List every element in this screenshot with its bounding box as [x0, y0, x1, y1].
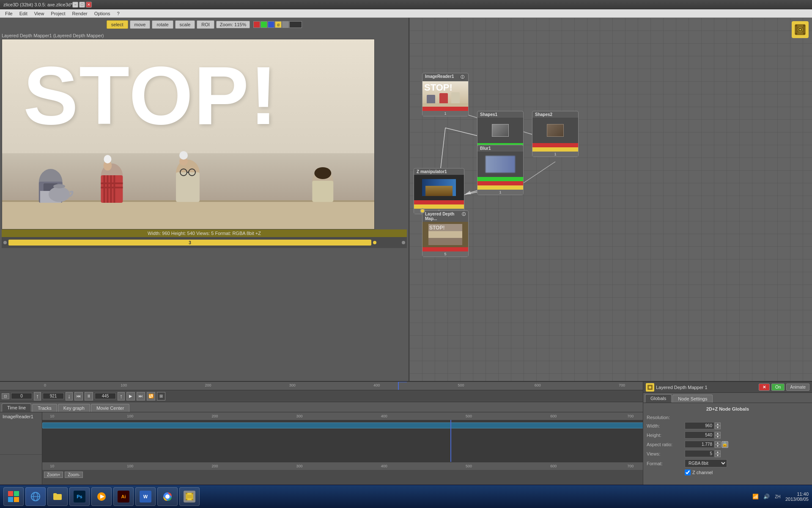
- pause-button[interactable]: ⏸: [85, 392, 93, 400]
- strip-bar[interactable]: 3: [8, 240, 371, 246]
- taskbar-browser-button[interactable]: [25, 487, 46, 506]
- minimize-button[interactable]: −: [72, 2, 78, 8]
- strip-dot-2[interactable]: [373, 241, 376, 244]
- node-imagereader-header: ImageReader1 ⓘ: [422, 73, 468, 81]
- height-label: Height:: [647, 433, 685, 438]
- node-blur1[interactable]: Blur1 1: [477, 145, 524, 195]
- aspect-down[interactable]: ▼: [715, 444, 721, 448]
- titlebar-controls: − □ ✕: [72, 2, 92, 8]
- menu-edit[interactable]: Edit: [16, 10, 31, 17]
- depth-channel-button[interactable]: [282, 21, 289, 28]
- height-row: Height: ▲ ▼: [647, 431, 809, 439]
- svg-point-36: [799, 29, 801, 30]
- menu-render[interactable]: Render: [69, 10, 91, 17]
- height-down[interactable]: ▼: [715, 435, 721, 439]
- width-down[interactable]: ▼: [715, 426, 721, 429]
- move-tool-button[interactable]: move: [130, 20, 151, 29]
- b-channel-button[interactable]: [268, 21, 274, 28]
- height-up[interactable]: ▲: [715, 432, 721, 435]
- node-blur1-yellow: [477, 185, 523, 190]
- goto-start-button[interactable]: ⏮: [74, 392, 83, 400]
- close-button[interactable]: ✕: [86, 2, 92, 8]
- z-channel-row: Z channel: [647, 469, 809, 475]
- strip-dot-1[interactable]: [3, 241, 7, 244]
- play-button[interactable]: ▶: [126, 392, 135, 400]
- width-input[interactable]: [685, 422, 714, 429]
- format-select[interactable]: RGBA 8bit: [685, 459, 727, 467]
- record-button[interactable]: ⊞: [157, 392, 165, 400]
- zoom-plus-button[interactable]: Zoom+: [44, 472, 63, 478]
- delete-node-button[interactable]: ✕: [759, 384, 770, 391]
- aspect-input[interactable]: [685, 441, 714, 448]
- r-channel-button[interactable]: [253, 21, 260, 28]
- node-zmanip-thumb: [414, 175, 464, 200]
- views-up[interactable]: ▲: [715, 450, 721, 454]
- start-button[interactable]: [3, 487, 24, 506]
- node-imagereader[interactable]: ImageReader1 ⓘ STOP! 1: [422, 73, 469, 116]
- step-forward-button[interactable]: ⏭: [137, 392, 145, 400]
- tray-sound-icon: 🔊: [763, 492, 771, 501]
- scale-tool-button[interactable]: scale: [175, 20, 195, 29]
- menu-options[interactable]: Options: [91, 10, 114, 17]
- ps-logo: Ps: [74, 491, 85, 502]
- alpha-channel-button[interactable]: α: [275, 21, 282, 28]
- z-channel-checkbox[interactable]: [685, 469, 691, 475]
- node-zmanip-red: [414, 200, 464, 204]
- select-tool-button[interactable]: select: [107, 20, 128, 29]
- node-shapes2-header: Shapes2: [532, 111, 578, 118]
- menu-help[interactable]: ?: [114, 10, 123, 17]
- prev-arrow[interactable]: ↑: [34, 392, 41, 400]
- animate-button[interactable]: Animate: [786, 384, 809, 391]
- tab-timeline[interactable]: Time line: [2, 403, 31, 412]
- taskbar-media-button[interactable]: [91, 487, 112, 506]
- taskbar-photoshop-button[interactable]: Ps: [69, 487, 90, 506]
- on-off-button[interactable]: On: [771, 384, 785, 391]
- tab-node-settings[interactable]: Node Settings: [672, 395, 713, 403]
- svg-rect-34: [803, 33, 805, 35]
- node-layered[interactable]: Layered Depth Map... ⓘ STOP! 5: [422, 210, 469, 257]
- down-arrow[interactable]: ↓: [66, 392, 73, 400]
- zoom-minus-button[interactable]: Zoom-: [65, 472, 83, 478]
- viewer-content: STOP!: [2, 39, 374, 229]
- menu-file[interactable]: File: [2, 10, 16, 17]
- current-frame-input[interactable]: 445: [95, 393, 116, 399]
- svg-point-25: [314, 167, 331, 179]
- taskbar-app-button[interactable]: [179, 487, 200, 506]
- height-input[interactable]: [685, 431, 714, 439]
- taskbar-chrome-button[interactable]: [157, 487, 178, 506]
- node-shapes2[interactable]: Shapes2 1: [532, 111, 579, 157]
- maximize-button[interactable]: □: [79, 2, 85, 8]
- taskbar-word-button[interactable]: W: [135, 487, 156, 506]
- tab-movie-center[interactable]: Movie Center: [91, 404, 129, 412]
- viewer[interactable]: STOP!: [2, 39, 375, 229]
- views-input[interactable]: [685, 450, 714, 457]
- strip-dot-3[interactable]: [402, 241, 405, 244]
- node-zmanip[interactable]: Z manipulator1 1: [414, 168, 464, 214]
- zoom-fit-button[interactable]: ⊡: [2, 393, 9, 399]
- roi-tool-button[interactable]: ROI: [197, 20, 214, 29]
- views-down[interactable]: ▼: [715, 454, 721, 457]
- tab-tracks[interactable]: Tracks: [32, 404, 57, 412]
- timeline-playhead-indicator: [398, 382, 399, 390]
- menu-project[interactable]: Project: [47, 10, 69, 17]
- tab-key-graph[interactable]: Key graph: [58, 404, 90, 412]
- up-arrow-2[interactable]: ↑: [118, 392, 125, 400]
- frame-start-input[interactable]: [11, 393, 32, 399]
- node-blur1-thumb: [477, 152, 523, 177]
- tab-globals[interactable]: Globals: [645, 394, 672, 403]
- taskbar-illustrator-button[interactable]: Ai: [113, 487, 134, 506]
- lock-aspect-button[interactable]: 🔒: [721, 441, 728, 448]
- menu-view[interactable]: View: [31, 10, 48, 17]
- loop-button[interactable]: 🔁: [147, 392, 155, 400]
- taskbar-folder-button[interactable]: [47, 487, 68, 506]
- resolution-label: Resolution:: [647, 415, 685, 420]
- aspect-up[interactable]: ▲: [715, 441, 721, 444]
- clock-display: 11:40 2013/08/05: [785, 491, 809, 502]
- svg-rect-11: [113, 175, 115, 203]
- g-channel-button[interactable]: [261, 21, 267, 28]
- playhead: [450, 420, 451, 462]
- extra-channel-button[interactable]: [289, 21, 302, 28]
- frame-end-input[interactable]: 921: [43, 393, 64, 399]
- width-up[interactable]: ▲: [715, 422, 721, 426]
- rotate-tool-button[interactable]: rotate: [152, 20, 173, 29]
